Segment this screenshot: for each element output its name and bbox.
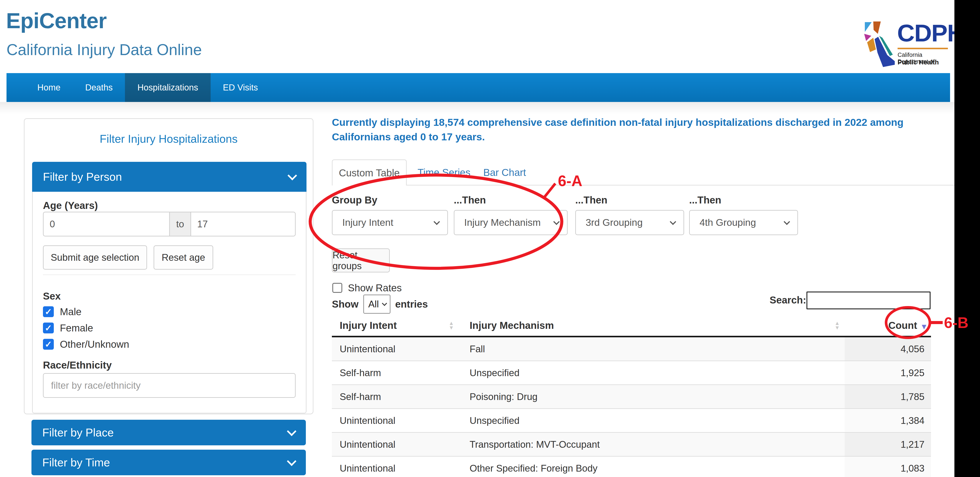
tab-bar-chart[interactable]: Bar Chart — [483, 167, 526, 178]
cdph-dept-line2: Public Health — [897, 59, 939, 66]
then-label-4: ...Then — [689, 194, 721, 206]
app-title: EpiCenter — [6, 8, 107, 33]
table-row[interactable]: Self-harm Poisoning: Drug 1,785 — [332, 385, 931, 409]
column-label: Injury Mechanism — [469, 320, 554, 331]
entries-length-value: All — [368, 299, 379, 310]
filter-by-time-label: Filter by Time — [42, 456, 110, 469]
chevron-down-icon — [288, 171, 297, 180]
chevron-down-icon — [553, 218, 560, 225]
summary-line-2: Californians aged 0 to 17 years. — [332, 131, 485, 143]
table-row[interactable]: Unintentional Transportation: MVT-Occupa… — [332, 433, 931, 456]
results-table: Injury Intent ▲ ▼ Injury Mechanism ▲ ▼ C… — [332, 315, 931, 477]
cell-injury-mechanism: Fall — [461, 337, 845, 361]
sex-option-male: Male — [60, 306, 81, 318]
column-header-count[interactable]: Count ▼ — [845, 320, 931, 331]
nav-item-hospitalizations[interactable]: Hospitalizations — [125, 73, 210, 102]
group-select-1-value: Injury Intent — [342, 217, 393, 228]
table-row[interactable]: Self-harm Unspecified 1,925 — [332, 361, 931, 385]
cell-count: 1,785 — [845, 385, 931, 408]
sex-label: Sex — [43, 290, 61, 302]
checkbox-checked-icon[interactable]: ✓ — [43, 306, 54, 317]
divider — [43, 274, 296, 275]
nav-item-deaths[interactable]: Deaths — [73, 73, 125, 102]
column-header-injury-intent[interactable]: Injury Intent ▲ ▼ — [332, 320, 461, 331]
cdph-logo: CDPH California Department of Public Hea… — [863, 21, 952, 71]
column-header-injury-mechanism[interactable]: Injury Mechanism ▲ ▼ — [461, 320, 845, 331]
then-label-2: ...Then — [454, 194, 486, 206]
nav-item-ed-visits[interactable]: ED Visits — [211, 73, 270, 102]
reset-groups-button[interactable]: Reset groups — [332, 248, 390, 272]
search-input[interactable] — [807, 291, 931, 309]
cell-count: 1,083 — [845, 456, 931, 477]
sort-icon[interactable]: ▲ ▼ — [834, 321, 840, 330]
table-row[interactable]: Unintentional Other Specified: Foreign B… — [332, 456, 931, 477]
filter-by-place-header[interactable]: Filter by Place — [32, 420, 306, 445]
table-row[interactable]: Unintentional Unspecified 1,384 — [332, 409, 931, 433]
group-select-4[interactable]: 4th Grouping — [689, 210, 798, 235]
entries-label: entries — [395, 298, 428, 310]
show-label: Show — [332, 298, 358, 310]
table-row[interactable]: Unintentional Fall 4,056 — [332, 337, 931, 361]
age-to-input[interactable] — [191, 212, 296, 237]
cell-injury-mechanism: Unspecified — [461, 409, 845, 432]
cdph-acronym: CDPH — [897, 19, 955, 47]
column-label: Count — [888, 320, 917, 331]
group-select-1[interactable]: Injury Intent — [332, 210, 448, 235]
cell-count: 1,217 — [845, 433, 931, 456]
sort-desc-icon[interactable]: ▼ — [920, 322, 928, 331]
chevron-down-icon — [382, 301, 387, 306]
cell-injury-mechanism: Poisoning: Drug — [461, 385, 845, 408]
cell-injury-mechanism: Unspecified — [461, 361, 845, 384]
sex-checkbox-female-row: ✓ Female — [43, 322, 93, 334]
group-select-2-value: Injury Mechanism — [464, 217, 541, 228]
then-label-3: ...Then — [575, 194, 607, 206]
filter-by-time-header[interactable]: Filter by Time — [32, 450, 306, 475]
sort-down-icon: ▼ — [449, 325, 454, 330]
cdph-orange-rule — [897, 48, 948, 49]
group-select-3[interactable]: 3rd Grouping — [575, 210, 684, 235]
filter-by-person-header[interactable]: Filter by Person — [32, 162, 307, 192]
cell-injury-intent: Unintentional — [332, 433, 461, 456]
race-ethnicity-input[interactable] — [43, 373, 296, 398]
cell-injury-mechanism: Other Specified: Foreign Body — [461, 456, 845, 477]
entries-length-select[interactable]: All — [363, 294, 390, 314]
checkbox-checked-icon[interactable]: ✓ — [43, 323, 54, 333]
filter-panel: Filter Injury Hospitalizations Filter by… — [24, 118, 313, 414]
tab-time-series[interactable]: Time Series — [418, 167, 471, 178]
cell-injury-intent: Unintentional — [332, 409, 461, 432]
submit-age-button[interactable]: Submit age selection — [43, 245, 147, 270]
screenshot-stage: EpiCenter California Injury Data Online … — [0, 0, 980, 477]
tab-custom-table[interactable]: Custom Table — [332, 159, 407, 186]
age-from-input[interactable] — [43, 212, 170, 237]
chevron-down-icon — [784, 218, 790, 225]
sex-checkbox-male-row: ✓ Male — [43, 306, 81, 318]
cell-count: 4,056 — [845, 337, 931, 361]
summary-line-1: Currently displaying 18,574 comprehensiv… — [332, 116, 904, 128]
column-label: Injury Intent — [340, 320, 397, 331]
checkbox-checked-icon[interactable]: ✓ — [43, 339, 54, 350]
sex-option-female: Female — [60, 322, 93, 334]
chevron-down-icon — [670, 218, 676, 225]
app-subtitle: California Injury Data Online — [6, 41, 202, 59]
tab-underline — [332, 185, 955, 186]
chevron-down-icon — [287, 456, 296, 466]
cell-injury-mechanism: Transportation: MVT-Occupant — [461, 433, 845, 456]
sex-option-other-unknown: Other/Unknown — [60, 339, 129, 350]
reset-age-button[interactable]: Reset age — [154, 245, 213, 270]
group-select-2[interactable]: Injury Mechanism — [454, 210, 568, 235]
sort-icon[interactable]: ▲ ▼ — [449, 321, 454, 330]
chevron-down-icon — [434, 218, 440, 225]
filter-by-person-label: Filter by Person — [43, 170, 122, 183]
cell-count: 1,384 — [845, 409, 931, 432]
nav-shadow — [0, 102, 955, 114]
group-select-3-value: 3rd Grouping — [585, 217, 643, 228]
nav-item-home[interactable]: Home — [25, 73, 73, 102]
cell-injury-intent: Self-harm — [332, 385, 461, 408]
group-select-4-value: 4th Grouping — [700, 217, 756, 228]
cell-injury-intent: Unintentional — [332, 456, 461, 477]
cell-injury-intent: Unintentional — [332, 337, 461, 361]
cell-count: 1,925 — [845, 361, 931, 384]
age-range-group: to — [43, 212, 296, 237]
main-nav: Home Deaths Hospitalizations ED Visits — [6, 73, 950, 102]
search-label: Search: — [770, 294, 806, 306]
